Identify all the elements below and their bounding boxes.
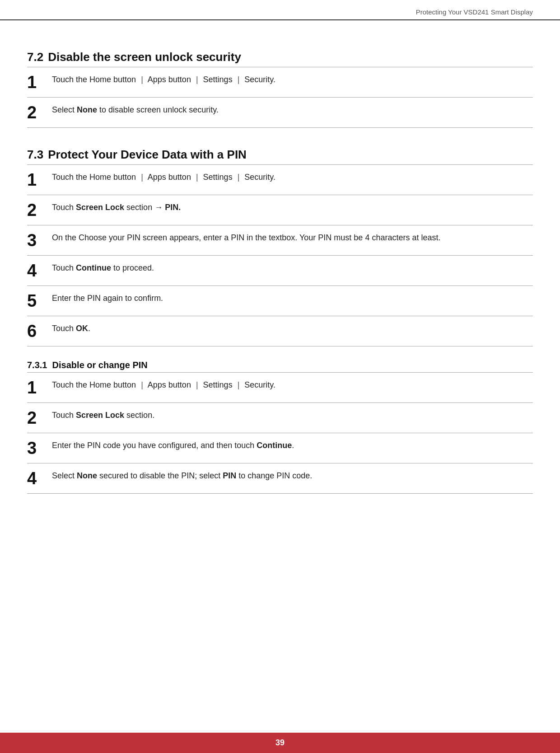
section-73-number: 7.3	[27, 148, 43, 161]
section-731-steps: 1 Touch the Home button | Apps button | …	[27, 372, 533, 494]
section-72-heading: 7.2Disable the screen unlock security	[27, 50, 533, 64]
table-row: 5 Enter the PIN again to confirm.	[27, 286, 533, 316]
section-72-title: Disable the screen unlock security	[48, 50, 241, 64]
step-content: Touch Continue to proceed.	[52, 256, 533, 286]
table-row: 4 Select None secured to disable the PIN…	[27, 463, 533, 494]
table-row: 1 Touch the Home button | Apps button | …	[27, 67, 533, 98]
step-number: 5	[27, 286, 52, 316]
table-row: 2 Touch Screen Lock section → PIN.	[27, 195, 533, 225]
step-content: Select None secured to disable the PIN; …	[52, 463, 533, 494]
section-731-title: Disable or change PIN	[52, 360, 148, 370]
section-73-heading: 7.3Protect Your Device Data with a PIN	[27, 148, 533, 162]
step-number: 1	[27, 165, 52, 195]
page-content: 7.2Disable the screen unlock security 1 …	[0, 20, 560, 733]
table-row: 3 Enter the PIN code you have configured…	[27, 433, 533, 463]
table-row: 2 Touch Screen Lock section.	[27, 403, 533, 433]
table-row: 4 Touch Continue to proceed.	[27, 256, 533, 286]
table-row: 1 Touch the Home button | Apps button | …	[27, 165, 533, 195]
step-content: Touch Screen Lock section → PIN.	[52, 195, 533, 225]
section-73-steps: 1 Touch the Home button | Apps button | …	[27, 164, 533, 346]
step-number: 2	[27, 98, 52, 128]
step-content: Touch OK.	[52, 316, 533, 346]
section-731-heading: 7.3.1 Disable or change PIN	[27, 360, 533, 370]
step-content: On the Choose your PIN screen appears, e…	[52, 225, 533, 256]
section-72-steps: 1 Touch the Home button | Apps button | …	[27, 67, 533, 128]
header-title: Protecting Your VSD241 Smart Display	[416, 8, 533, 16]
section-72-number: 7.2	[27, 50, 43, 64]
step-content: Touch the Home button | Apps button | Se…	[52, 373, 533, 403]
step-number: 2	[27, 195, 52, 225]
page-footer: 39	[0, 733, 560, 753]
step-number: 3	[27, 225, 52, 256]
step-content: Touch Screen Lock section.	[52, 403, 533, 433]
step-number: 6	[27, 316, 52, 346]
table-row: 3 On the Choose your PIN screen appears,…	[27, 225, 533, 256]
section-731-number: 7.3.1	[27, 360, 47, 370]
table-row: 2 Select None to disable screen unlock s…	[27, 98, 533, 128]
step-content: Touch the Home button | Apps button | Se…	[52, 67, 533, 98]
section-73-title: Protect Your Device Data with a PIN	[48, 148, 247, 161]
step-number: 3	[27, 433, 52, 463]
page-header: Protecting Your VSD241 Smart Display	[0, 0, 560, 20]
step-content: Enter the PIN code you have configured, …	[52, 433, 533, 463]
table-row: 6 Touch OK.	[27, 316, 533, 346]
step-number: 2	[27, 403, 52, 433]
step-content: Enter the PIN again to confirm.	[52, 286, 533, 316]
step-number: 4	[27, 463, 52, 494]
step-number: 4	[27, 256, 52, 286]
step-content: Touch the Home button | Apps button | Se…	[52, 165, 533, 195]
page-number: 39	[275, 738, 285, 747]
step-number: 1	[27, 373, 52, 403]
table-row: 1 Touch the Home button | Apps button | …	[27, 373, 533, 403]
step-number: 1	[27, 67, 52, 98]
step-content: Select None to disable screen unlock sec…	[52, 98, 533, 128]
